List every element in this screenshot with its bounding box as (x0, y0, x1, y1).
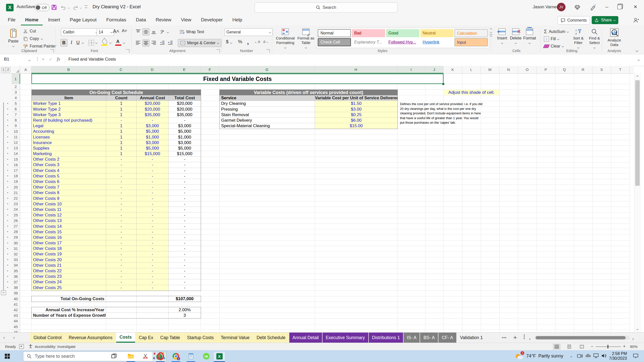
item-cell[interactable]: Other Costs 25 (32, 285, 106, 291)
borders-button[interactable] (89, 40, 94, 46)
row-header-29[interactable]: 29 (12, 235, 20, 240)
column-header-J[interactable]: J (425, 66, 444, 73)
item-cell[interactable]: Other Costs 18 (32, 246, 106, 251)
total-value-cell[interactable]: $107,000 (169, 296, 201, 302)
premium-diamond-icon[interactable] (574, 4, 581, 11)
sheet-tab[interactable]: IS- A (404, 333, 420, 343)
annual-cost-cell[interactable]: - (137, 285, 169, 291)
tray-expand-icon[interactable] (571, 355, 572, 359)
fill-button[interactable]: ↓ Fill (544, 36, 559, 41)
item-cell[interactable]: Other Costs 19 (32, 251, 106, 257)
total-cost-cell[interactable]: - (169, 157, 201, 162)
total-cost-cell[interactable]: - (169, 285, 201, 291)
row-header-2[interactable]: 2 (12, 84, 20, 89)
annual-cost-cell[interactable]: $20,000 (137, 101, 169, 106)
service-cost-cell[interactable]: $3.00 (315, 107, 397, 112)
row-header-24[interactable]: 24 (12, 207, 20, 212)
annual-cost-cell[interactable]: - (137, 218, 169, 223)
count-cell[interactable]: - (106, 251, 137, 257)
catch-up-people-icon[interactable] (633, 17, 639, 24)
underline-button[interactable]: U (75, 39, 80, 46)
ongoing-header-annual[interactable]: Annual Cost (137, 95, 169, 101)
row-header-9[interactable]: 9 (12, 123, 20, 128)
annual-cost-cell[interactable]: - (137, 268, 169, 274)
service-cost-cell[interactable]: $1.50 (315, 101, 397, 106)
row-header-8[interactable]: 8 (12, 117, 20, 123)
macro-record-icon[interactable] (19, 344, 24, 349)
row-header-41[interactable]: 41 (12, 302, 20, 307)
total-cost-cell[interactable]: - (169, 268, 201, 274)
count-cell[interactable]: 1 (106, 112, 137, 118)
row-header-7[interactable]: 7 (12, 112, 20, 117)
sheet-tab[interactable]: Cap Ex (136, 333, 156, 343)
ongoing-row[interactable]: Marketing 1 $15,000 $15,000 (32, 151, 201, 157)
font-color-button[interactable]: A (116, 39, 119, 44)
bold-button[interactable]: B (60, 39, 67, 47)
row-header-1[interactable]: 1 (12, 74, 20, 84)
total-cost-cell[interactable]: - (169, 190, 201, 196)
sheet-tab[interactable]: Startup Costs (184, 333, 217, 343)
row-header-34[interactable]: 34 (12, 262, 20, 268)
ongoing-row[interactable]: Worker Type 2 1 $20,000 $20,000 (32, 107, 201, 112)
count-cell[interactable]: - (106, 263, 137, 268)
fill-color-dropdown-icon[interactable] (109, 42, 111, 44)
ongoing-row[interactable]: Other Costs 14 - - - (32, 224, 201, 229)
column-header-E[interactable]: E (168, 66, 200, 73)
grow-font-button[interactable]: A˄ (113, 28, 119, 34)
count-cell[interactable]: - (106, 212, 137, 218)
ongoing-table-title[interactable]: On-Going Cost Schedule (32, 90, 201, 95)
align-center-button[interactable] (142, 39, 149, 47)
styles-gallery-scroll[interactable] (490, 28, 493, 36)
font-color-dropdown-icon[interactable] (123, 42, 125, 44)
new-sheet-button[interactable]: + (513, 333, 517, 342)
row-header-15[interactable]: 15 (12, 157, 20, 162)
item-cell[interactable]: Other Costs 3 (32, 162, 106, 168)
merge-center-button[interactable]: Merge & Center (178, 39, 221, 47)
column-header-N[interactable]: N (499, 66, 518, 73)
total-cost-cell[interactable]: - (169, 196, 201, 201)
ongoing-row[interactable]: Other Costs 19 - - - (32, 251, 201, 257)
redo-icon[interactable] (72, 5, 78, 11)
column-header-Q[interactable]: Q (555, 66, 574, 73)
ongoing-row[interactable]: Rent (if building not purchased) - - - (32, 118, 201, 123)
row-header-37[interactable]: 37 (12, 279, 20, 285)
sheet-tab[interactable]: Distributions 1 (369, 333, 403, 343)
onedrive-icon[interactable] (585, 354, 591, 358)
count-cell[interactable]: - (106, 185, 137, 190)
item-cell[interactable]: Other Costs 12 (32, 212, 106, 218)
total-cost-cell[interactable]: - (169, 179, 201, 185)
menu-tab[interactable]: View (177, 15, 195, 25)
service-cost-cell[interactable]: $6.00 (315, 118, 397, 123)
expand-formula-bar-icon[interactable] (638, 59, 640, 61)
ongoing-row[interactable]: Other Costs 24 - - - (32, 279, 201, 285)
font-launcher-icon[interactable] (126, 49, 129, 53)
count-cell[interactable]: - (106, 157, 137, 162)
service-cell[interactable]: Stain Removal (220, 112, 315, 118)
ribbon-display-options-icon[interactable] (590, 4, 596, 11)
row-header-16[interactable]: 16 (12, 162, 20, 168)
row-header-27[interactable]: 27 (12, 223, 20, 229)
annual-cost-cell[interactable]: $20,000 (137, 107, 169, 112)
cell-style-chip[interactable]: Bad (352, 29, 385, 37)
count-cell[interactable]: 1 (106, 129, 137, 134)
annual-cost-cell[interactable]: - (137, 246, 169, 251)
zoom-slider-thumb[interactable] (607, 345, 609, 348)
row-header-18[interactable]: 18 (12, 173, 20, 179)
menu-tab[interactable]: Insert (44, 15, 64, 25)
total-cost-cell[interactable]: - (169, 173, 201, 179)
sheet-tab[interactable]: BS- A (420, 333, 438, 343)
item-cell[interactable]: Other Costs 9 (32, 196, 106, 201)
prev-sheet-arrow[interactable] (0, 333, 9, 343)
ongoing-row[interactable]: Other Costs 10 - - - (32, 201, 201, 207)
total-cost-cell[interactable]: - (169, 235, 201, 240)
column-header-T[interactable]: T (611, 66, 630, 73)
annual-cost-cell[interactable]: - (137, 274, 169, 279)
sort-filter-button[interactable]: AZ Sort & Filter (571, 28, 586, 50)
page-break-view-button[interactable] (578, 344, 586, 350)
column-header-G[interactable]: G (219, 66, 315, 73)
annual-cost-cell[interactable]: - (137, 185, 169, 190)
count-cell[interactable]: - (106, 285, 137, 291)
fill-color-icon[interactable] (102, 38, 107, 46)
total-cost-cell[interactable]: $20,000 (169, 101, 201, 106)
item-cell[interactable]: Other Costs 20 (32, 257, 106, 263)
